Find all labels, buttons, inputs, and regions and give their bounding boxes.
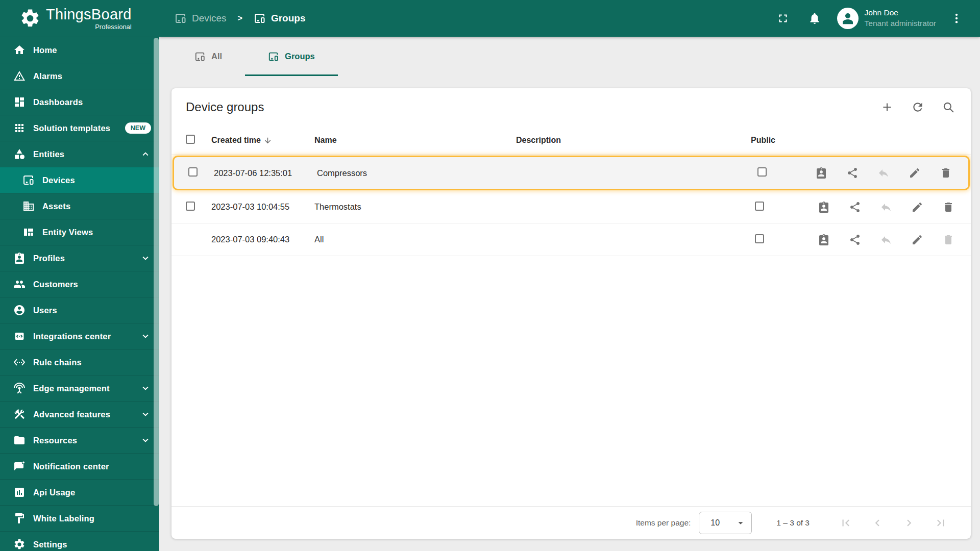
pagination-nav bbox=[839, 516, 947, 530]
refresh-icon bbox=[911, 101, 924, 114]
share-icon[interactable] bbox=[849, 201, 861, 213]
sidebar-item-label: Assets bbox=[42, 202, 70, 211]
column-name[interactable]: Name bbox=[314, 136, 516, 145]
delete-icon[interactable] bbox=[940, 167, 952, 179]
tab-all[interactable]: All bbox=[172, 37, 245, 76]
page-title: Device groups bbox=[186, 100, 264, 114]
chevron-down-icon bbox=[140, 435, 151, 446]
sidebar-item-advanced-features[interactable]: Advanced features bbox=[0, 401, 159, 427]
more-menu-button[interactable] bbox=[945, 7, 968, 30]
share-icon[interactable] bbox=[849, 234, 861, 246]
sidebar-item-notification-center[interactable]: Notification center bbox=[0, 453, 159, 479]
row-checkbox[interactable] bbox=[188, 167, 198, 177]
sidebar-item-entities[interactable]: Entities bbox=[0, 141, 159, 167]
customers-people-icon bbox=[13, 278, 26, 290]
sidebar-item-dashboards[interactable]: Dashboards bbox=[0, 89, 159, 115]
notifications-button[interactable] bbox=[803, 7, 826, 30]
main-area: Devices > Groups John Doe Tenant adminis… bbox=[159, 0, 980, 551]
user-avatar[interactable] bbox=[837, 8, 859, 29]
sidebar-item-settings[interactable]: Settings bbox=[0, 531, 159, 551]
person-icon bbox=[840, 11, 855, 26]
sidebar-item-label: White Labeling bbox=[33, 514, 94, 523]
add-group-button[interactable] bbox=[877, 97, 897, 117]
dropdown-caret-icon bbox=[735, 517, 746, 529]
edit-icon[interactable] bbox=[911, 201, 923, 213]
sidebar-item-white-labeling[interactable]: White Labeling bbox=[0, 505, 159, 531]
search-button[interactable] bbox=[938, 97, 959, 117]
column-created-time[interactable]: Created time bbox=[211, 136, 314, 145]
make-private-icon[interactable] bbox=[880, 201, 892, 213]
cell-created-time: 2023-07-03 10:04:55 bbox=[211, 202, 314, 212]
row-actions bbox=[812, 201, 971, 213]
chart-icon bbox=[13, 486, 26, 498]
next-page-button[interactable] bbox=[902, 516, 916, 530]
refresh-button[interactable] bbox=[908, 97, 928, 117]
first-page-button[interactable] bbox=[839, 516, 852, 530]
devices-icon bbox=[175, 12, 187, 24]
sidebar-item-home[interactable]: Home bbox=[0, 37, 159, 63]
sidebar-item-rule-chains[interactable]: Rule chains bbox=[0, 349, 159, 375]
breadcrumb-devices[interactable]: Devices bbox=[192, 13, 227, 24]
public-checkbox[interactable] bbox=[755, 202, 764, 211]
alarm-warning-icon bbox=[13, 70, 26, 82]
table-row[interactable]: 2023-07-03 10:04:55 Thermostats bbox=[172, 191, 971, 223]
table-row[interactable]: 2023-07-03 09:40:43 All bbox=[172, 223, 971, 256]
fullscreen-button[interactable] bbox=[772, 7, 794, 30]
sidebar-item-profiles[interactable]: Profiles bbox=[0, 245, 159, 271]
chevron-up-icon bbox=[140, 148, 151, 160]
sidebar-item-resources[interactable]: Resources bbox=[0, 427, 159, 453]
fullscreen-icon bbox=[776, 12, 790, 25]
page-size-value: 10 bbox=[710, 518, 720, 528]
row-checkbox[interactable] bbox=[186, 202, 195, 211]
delete-icon[interactable] bbox=[942, 201, 954, 213]
sidebar-item-customers[interactable]: Customers bbox=[0, 271, 159, 297]
edit-icon[interactable] bbox=[909, 167, 921, 179]
public-checkbox[interactable] bbox=[755, 234, 764, 243]
sidebar-item-label: Alarms bbox=[33, 71, 62, 81]
plus-icon bbox=[880, 101, 894, 114]
thingsboard-logo[interactable]: ThingsBoard Professional bbox=[0, 0, 159, 37]
column-public[interactable]: Public bbox=[751, 136, 812, 145]
sidebar-item-entity-views[interactable]: Entity Views bbox=[0, 219, 159, 245]
paint-roller-icon bbox=[13, 512, 26, 524]
manage-users-icon[interactable] bbox=[818, 201, 830, 213]
sidebar-item-label: Advanced features bbox=[33, 410, 110, 419]
share-icon[interactable] bbox=[846, 167, 859, 179]
sidebar-item-devices[interactable]: Devices bbox=[0, 167, 159, 193]
table-row[interactable]: 2023-07-06 12:35:01 Compressors bbox=[173, 156, 970, 190]
sidebar-scrollbar-thumb[interactable] bbox=[154, 38, 159, 506]
manage-users-icon[interactable] bbox=[818, 234, 830, 246]
tools-icon bbox=[13, 408, 26, 420]
sidebar-item-alarms[interactable]: Alarms bbox=[0, 63, 159, 89]
row-actions bbox=[815, 167, 968, 179]
app-edition: Professional bbox=[95, 23, 132, 30]
last-page-button[interactable] bbox=[934, 516, 947, 530]
tab-label: All bbox=[211, 52, 222, 61]
sidebar-item-api-usage[interactable]: Api Usage bbox=[0, 479, 159, 505]
sidebar-item-edge-management[interactable]: Edge management bbox=[0, 375, 159, 401]
device-groups-card: Device groups Created time Name Descript… bbox=[172, 88, 971, 539]
sidebar-item-assets[interactable]: Assets bbox=[0, 193, 159, 219]
sidebar-item-label: Dashboards bbox=[33, 97, 83, 107]
chevron-down-icon bbox=[140, 253, 151, 264]
column-description[interactable]: Description bbox=[516, 136, 751, 145]
public-checkbox[interactable] bbox=[757, 167, 767, 177]
table-empty-space bbox=[172, 256, 971, 506]
sidebar-item-solution-templates[interactable]: Solution templates NEW bbox=[0, 115, 159, 141]
edit-icon[interactable] bbox=[911, 234, 923, 246]
sidebar-item-users[interactable]: Users bbox=[0, 297, 159, 323]
tab-groups[interactable]: Groups bbox=[245, 37, 338, 76]
sidebar-item-integrations-center[interactable]: Integrations center bbox=[0, 323, 159, 349]
cell-created-time: 2023-07-06 12:35:01 bbox=[214, 168, 317, 178]
make-private-icon[interactable] bbox=[877, 167, 890, 179]
user-menu[interactable]: John Doe Tenant administrator bbox=[865, 8, 936, 29]
devices-group-icon bbox=[268, 51, 279, 62]
sidebar-item-label: Entities bbox=[33, 149, 64, 159]
manage-users-icon[interactable] bbox=[815, 167, 827, 179]
make-private-icon[interactable] bbox=[880, 234, 892, 246]
page-size-select[interactable]: 10 bbox=[699, 512, 752, 534]
previous-page-button[interactable] bbox=[871, 516, 884, 530]
select-all-checkbox[interactable] bbox=[186, 135, 195, 144]
delete-icon[interactable] bbox=[942, 234, 954, 246]
sidebar-item-label: Resources bbox=[33, 436, 77, 445]
